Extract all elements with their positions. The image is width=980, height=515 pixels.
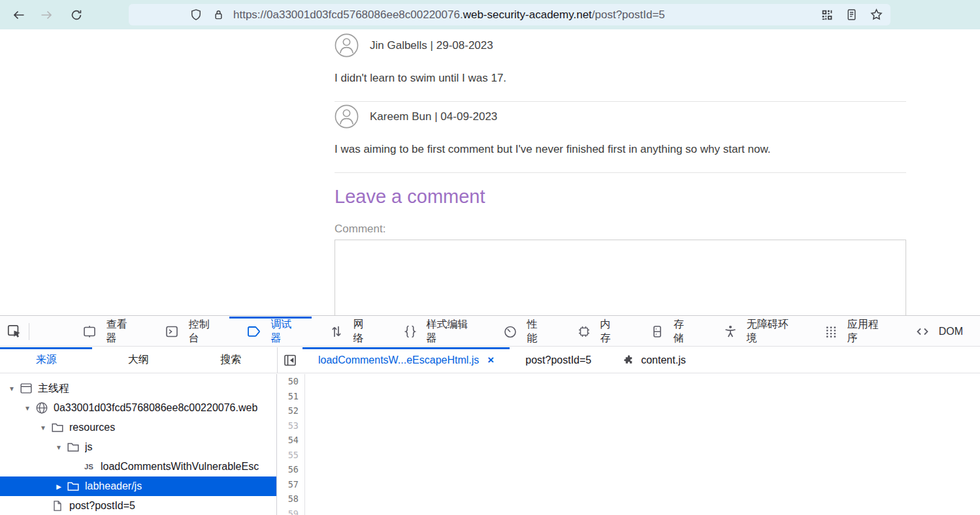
debugger-panel-tabs: 来源大纲搜索 [0, 347, 277, 373]
devtools-tab-label: 网络 [353, 318, 368, 345]
chevron-down-icon[interactable]: ▼ [37, 424, 50, 431]
panel-tab-0[interactable]: 来源 [0, 347, 92, 373]
avatar-icon [335, 104, 359, 129]
devtools-tab-label: DOM [939, 326, 963, 337]
devtools-panel: 查看器控制台调试器网络样式编辑器性能内存存储无障碍环境应用程序DOM 来源大纲搜… [0, 315, 980, 515]
tree-row-labheader-js[interactable]: ▶labheader/js [0, 476, 276, 496]
file-tab-0[interactable]: loadCommentsW...eEscapeHtml.js× [302, 347, 510, 373]
chevron-down-icon[interactable]: ▼ [5, 385, 18, 392]
devtools-tab-dom[interactable]: DOM [898, 317, 980, 346]
code-line-55[interactable]: 55 [278, 448, 980, 463]
reload-button[interactable] [67, 5, 86, 25]
tree-row--[interactable]: ▼主线程 [0, 379, 276, 398]
js-badge-icon: JS [81, 460, 97, 474]
code-line-59[interactable]: 59 [278, 507, 980, 515]
line-number[interactable]: 51 [278, 389, 305, 404]
file-tab-1[interactable]: post?postId=5 [510, 347, 607, 373]
devtools-tab-label: 存储 [674, 318, 689, 345]
tree-row-loadcommentswithvulnerableesc[interactable]: JSloadCommentsWithVulnerableEsc [0, 457, 276, 476]
devtools-tab-label: 性能 [527, 318, 542, 345]
file-tab-label: content.js [641, 354, 685, 366]
code-line-52[interactable]: 52 [278, 403, 980, 418]
chevron-down-icon[interactable]: ▼ [21, 405, 34, 412]
code-line-53[interactable]: 53 [278, 418, 980, 433]
code-line-54[interactable]: 54 [278, 433, 980, 448]
line-number[interactable]: 57 [278, 477, 305, 492]
devtools-tab-label: 查看器 [106, 318, 130, 345]
file-icon [50, 499, 65, 512]
devtools-tab-network[interactable]: 网络 [312, 317, 385, 346]
pick-element-button[interactable] [0, 317, 29, 346]
tree-row-label: post?postId=5 [69, 500, 135, 512]
folder-icon [50, 420, 65, 435]
code-line-56[interactable]: 56 [278, 462, 980, 477]
style-editor-icon [402, 324, 418, 339]
url-bar[interactable]: https://0a33001d03fcd5768086ee8c00220076… [129, 4, 890, 25]
line-number[interactable]: 53 [278, 418, 305, 433]
source-file-tabs: loadCommentsW...eEscapeHtml.js×post?post… [302, 347, 702, 373]
code-editor[interactable]: 50515253545556575859 [278, 374, 980, 515]
folder-icon [65, 440, 81, 454]
devtools-tab-inspector[interactable]: 查看器 [65, 317, 147, 346]
bookmark-star-icon[interactable] [869, 7, 884, 22]
application-icon [823, 324, 839, 339]
devtools-tab-label: 内存 [600, 318, 615, 345]
line-number[interactable]: 56 [278, 462, 305, 477]
tree-row-post-postid-5[interactable]: post?postId=5 [0, 496, 276, 515]
devtools-tab-style-editor[interactable]: 样式编辑器 [385, 317, 486, 346]
comment-divider [335, 101, 906, 102]
file-tab-2[interactable]: content.js [607, 347, 701, 373]
devtools-tab-console[interactable]: 控制台 [147, 317, 229, 346]
shield-icon[interactable] [189, 8, 203, 22]
devtools-tab-label: 无障碍环境 [747, 318, 789, 345]
tree-row-js[interactable]: ▼js [0, 437, 276, 457]
chevron-right-icon[interactable]: ▶ [52, 483, 65, 490]
devtools-tab-label: 控制台 [188, 318, 212, 345]
tree-row-resources[interactable]: ▼resources [0, 418, 276, 437]
code-line-50[interactable]: 50 [278, 374, 980, 389]
line-number[interactable]: 58 [278, 492, 305, 507]
leave-comment-heading: Leave a comment [335, 186, 906, 208]
devtools-tab-memory[interactable]: 内存 [559, 317, 632, 346]
window-icon [18, 381, 34, 396]
code-line-57[interactable]: 57 [278, 477, 980, 492]
page-content: Jin Galbells | 29-08-2023 I didn't learn… [0, 29, 980, 315]
line-number[interactable]: 55 [278, 448, 305, 463]
devtools-tab-application[interactable]: 应用程序 [806, 317, 898, 346]
tree-row-0a33001d03fcd5768086ee8c00220076-web[interactable]: ▼0a33001d03fcd5768086ee8c00220076.web [0, 398, 276, 418]
globe-icon [34, 401, 50, 415]
collapse-panel-icon [282, 352, 298, 368]
close-tab-icon[interactable]: × [487, 354, 494, 367]
line-number[interactable]: 59 [278, 507, 305, 515]
file-tab-label: loadCommentsW...eEscapeHtml.js [318, 354, 479, 366]
comment-body: I was aiming to be first comment but I'v… [335, 143, 906, 156]
code-line-51[interactable]: 51 [278, 389, 980, 404]
line-number[interactable]: 50 [278, 374, 305, 389]
code-line-58[interactable]: 58 [278, 492, 980, 507]
line-number[interactable]: 52 [278, 403, 305, 418]
reader-mode-icon[interactable] [845, 8, 858, 22]
collapse-sources-panel-button[interactable] [278, 347, 302, 373]
devtools-tab-performance[interactable]: 性能 [485, 317, 559, 346]
comment-textarea[interactable] [335, 240, 906, 315]
devtools-tab-storage[interactable]: 存储 [632, 317, 706, 346]
devtools-tab-accessibility[interactable]: 无障碍环境 [706, 317, 806, 346]
forward-button[interactable] [37, 5, 56, 25]
back-button[interactable] [9, 5, 29, 25]
devtools-tab-label: 样式编辑器 [427, 318, 469, 345]
panel-tab-2[interactable]: 搜索 [185, 347, 277, 373]
chevron-down-icon[interactable]: ▼ [52, 444, 65, 451]
devtools-tab-debugger[interactable]: 调试器 [229, 317, 312, 346]
panel-tab-1[interactable]: 大纲 [92, 347, 184, 373]
line-number[interactable]: 54 [278, 433, 305, 448]
forward-arrow-icon [39, 7, 54, 23]
tree-row-label: loadCommentsWithVulnerableEsc [101, 461, 259, 473]
comment-author-date: Kareem Bun | 04-09-2023 [370, 110, 497, 123]
extension-grid-icon[interactable] [820, 8, 834, 22]
file-tab-label: post?postId=5 [525, 354, 591, 366]
lock-icon[interactable] [212, 8, 225, 22]
sources-tree: ▼主线程▼0a33001d03fcd5768086ee8c00220076.we… [0, 374, 277, 515]
comment-body: I didn't learn to swim until I was 17. [335, 72, 906, 85]
tree-row-label: 主线程 [38, 382, 69, 396]
svg-text:JS: JS [84, 463, 93, 471]
